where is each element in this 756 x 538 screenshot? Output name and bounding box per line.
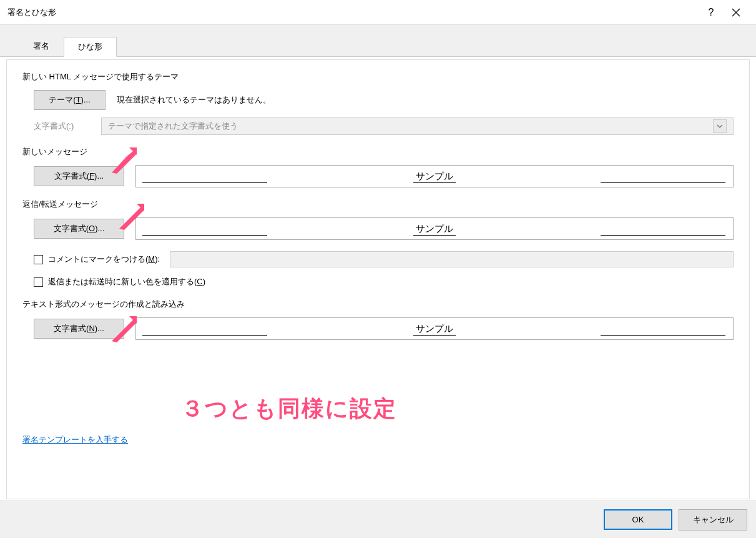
theme-section-label: 新しい HTML メッセージで使用するテーマ [22,71,734,82]
theme-status: 現在選択されているテーマはありません。 [117,94,271,106]
new-color-label: 返信または転送時に新しい色を適用する(C) [48,276,205,287]
ok-button[interactable]: OK [604,509,672,530]
new-message-font-button[interactable]: 文字書式(F)... [34,166,124,186]
new-color-row: 返信または転送時に新しい色を適用する(C) [34,276,734,287]
tab-signature[interactable]: 署名 [19,36,64,56]
new-message-label: 新しいメッセージ [22,146,734,157]
mark-comment-label: コメントにマークをつける(M): [48,254,160,265]
new-color-checkbox[interactable] [34,277,43,287]
window-title: 署名とひな形 [7,7,699,18]
close-button[interactable] [724,0,749,25]
tab-bar: 署名 ひな形 [0,25,756,57]
cancel-button[interactable]: キャンセル [679,509,747,531]
mark-comment-row: コメントにマークをつける(M): [34,251,734,267]
plaintext-sample: サンプル [135,317,734,340]
font-format-label: 文字書式(:) [34,121,90,132]
annotation-text: ３つとも同様に設定 [181,394,397,424]
main-panel: 新しい HTML メッセージで使用するテーマ テーマ(T)... 現在選択されて… [6,59,750,499]
help-button[interactable]: ? [699,0,724,25]
reply-forward-sample: サンプル [135,217,734,240]
content-area: 新しい HTML メッセージで使用するテーマ テーマ(T)... 現在選択されて… [7,60,749,340]
reply-forward-label: 返信/転送メッセージ [22,199,734,210]
plaintext-font-button[interactable]: 文字書式(N)... [34,319,124,339]
chevron-down-icon [713,119,727,133]
theme-button[interactable]: テーマ(T)... [34,90,106,110]
dialog-footer: OK キャンセル [0,501,756,538]
mark-comment-checkbox[interactable] [34,255,43,264]
new-message-sample: サンプル [135,165,734,187]
titlebar: 署名とひな形 ? [0,0,756,25]
tab-stationery[interactable]: ひな形 [64,37,117,57]
font-format-dropdown: テーマで指定された文字書式を使う [101,117,734,135]
plaintext-label: テキスト形式のメッセージの作成と読み込み [22,299,734,310]
signature-template-link[interactable]: 署名テンプレートを入手する [22,434,128,446]
reply-forward-font-button[interactable]: 文字書式(O)... [34,219,124,239]
dropdown-value: テーマで指定された文字書式を使う [108,121,238,132]
close-icon [732,8,740,17]
mark-comment-input [170,251,734,267]
